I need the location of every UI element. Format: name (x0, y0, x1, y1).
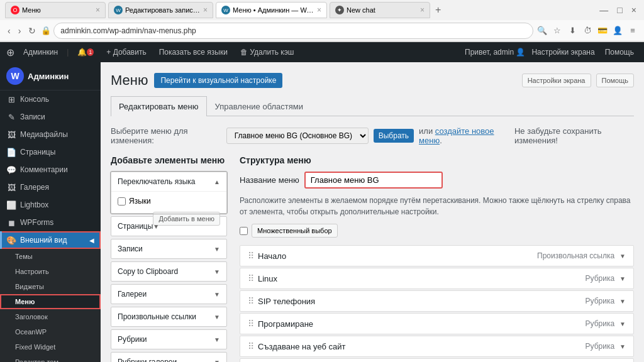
sidebar-item-posts[interactable]: ✎ Записи (0, 108, 101, 126)
page-header: Меню Перейти к визуальной настройке Наст… (111, 72, 634, 89)
close-icon[interactable]: × (317, 6, 321, 14)
accordion-gallery-categories: Рубрики галереи ▼ (111, 352, 227, 362)
wp-logo[interactable]: ⊕ (6, 47, 14, 58)
menu-item-contacts: ⠿ Контакти Страница ▼ (240, 358, 634, 362)
screen-options-button[interactable]: Настройки экрана (522, 74, 591, 87)
sidebar-item-pages[interactable]: 📄 Страницы (0, 143, 101, 161)
address-bar[interactable] (53, 23, 533, 39)
chevron-down-icon[interactable]: ▼ (619, 253, 626, 260)
accordion-copy-header[interactable]: Copy to Clipboard ▼ (111, 262, 226, 281)
drag-handle-icon[interactable]: ⠿ (248, 319, 254, 329)
sidebar-item-media[interactable]: 🖼 Медиафайлы (0, 126, 101, 143)
menu-icon[interactable]: ≡ (626, 25, 639, 37)
gallery-icon: 🖼 (6, 182, 16, 192)
sidebar-item-wpforms[interactable]: ◼ WPForms (0, 214, 101, 231)
sidebar-item-theme-editor[interactable]: Редактор тем (0, 354, 101, 362)
select-label: Выберите меню для изменения: (111, 126, 221, 145)
accordion-gallery-categories-header[interactable]: Рубрики галереи ▼ (111, 353, 226, 362)
tab-opera-label: Меню (22, 6, 41, 14)
admin-bar-languages[interactable]: Показать все языки (155, 42, 231, 62)
language-checkbox[interactable] (118, 197, 126, 206)
admin-bar-cache[interactable]: 🗑 Удалить кэш (236, 42, 298, 62)
menu-item-left: ⠿ Програмиране (248, 319, 313, 329)
forward-button[interactable]: › (16, 25, 24, 37)
admin-bar-add[interactable]: + Добавить (103, 42, 150, 62)
chevron-down-icon[interactable]: ▼ (619, 321, 626, 327)
chevron-down-icon[interactable]: ▼ (619, 275, 626, 282)
sidebar-item-header[interactable]: Заголовок (0, 309, 101, 324)
sidebar-logo: W (6, 67, 24, 85)
close-icon[interactable]: × (420, 6, 425, 14)
accordion-pages-header[interactable]: Страницы ▼ (111, 217, 153, 236)
menu-select[interactable]: Главное меню BG (Основное BG) (226, 128, 369, 144)
drag-handle-icon[interactable]: ⠿ (248, 296, 254, 306)
bookmark-icon[interactable]: ☆ (551, 25, 564, 37)
sidebar-item-customize[interactable]: Настроить (0, 264, 101, 279)
accordion-posts-header[interactable]: Записи ▼ (111, 239, 226, 258)
back-button[interactable]: ‹ (5, 25, 13, 37)
select-button[interactable]: Выбрать (374, 129, 414, 143)
tab-wp-menu[interactable]: W Меню • Админкин — Wor... × (216, 2, 327, 18)
accordion-custom-links-header[interactable]: Произвольные ссылки ▼ (111, 307, 226, 326)
wallet-icon[interactable]: 💳 (596, 25, 609, 37)
chevron-up-icon: ▲ (214, 178, 220, 185)
sidebar-item-oceanwp[interactable]: OceanWP (0, 324, 101, 339)
help-btn[interactable]: Помощь (601, 42, 638, 62)
drag-handle-icon[interactable]: ⠿ (248, 273, 254, 283)
accordion-gallery-header[interactable]: Галереи ▼ (111, 285, 226, 304)
accordion-language-header[interactable]: Переключатель языка ▲ (111, 172, 226, 191)
history-icon[interactable]: ⏱ (581, 25, 594, 37)
screen-options-btn[interactable]: Настройки экрана (528, 42, 598, 62)
language-checkbox-label[interactable]: Языки (118, 197, 220, 206)
download-icon[interactable]: ⬇ (566, 25, 579, 37)
accordion-label: Страницы (118, 222, 153, 231)
drag-handle-icon[interactable]: ⠿ (248, 341, 254, 351)
multi-select-button[interactable]: Множественный выбор (252, 224, 338, 238)
sidebar-item-lightbox[interactable]: ⬜ Lightbox (0, 196, 101, 214)
sidebar-item-appearance[interactable]: 🎨 Внешний вид ◀ (0, 231, 101, 249)
sidebar-item-widgets[interactable]: Виджеты (0, 279, 101, 294)
visual-customize-button[interactable]: Перейти к визуальной настройке (154, 73, 282, 88)
close-icon[interactable]: × (96, 6, 100, 14)
create-menu-link[interactable]: создайте новое меню (419, 126, 494, 145)
new-tab-button[interactable]: + (433, 4, 443, 16)
tab-edit-menu[interactable]: Редактировать меню (111, 96, 207, 116)
maximize-button[interactable]: □ (614, 4, 625, 16)
profile-icon[interactable]: 👤 (611, 25, 624, 37)
tab-wp-menu-label: Меню • Админкин — Wor... (233, 6, 314, 14)
sidebar-item-fixed-widget[interactable]: Fixed Widget (0, 339, 101, 354)
admin-bar-notif[interactable]: 🔔 1 (74, 42, 97, 62)
menu-item-right: Рубрика ▼ (586, 274, 626, 283)
tab-manage-locations[interactable]: Управление областями (207, 96, 311, 116)
chevron-down-icon[interactable]: ▼ (619, 298, 626, 305)
accordion-categories-header[interactable]: Рубрики ▼ (111, 330, 226, 349)
close-icon[interactable]: × (203, 6, 208, 14)
multi-select-checkbox[interactable] (240, 227, 248, 235)
menu-name-input[interactable] (304, 172, 443, 189)
sidebar-item-gallery[interactable]: 🖼 Галерея (0, 178, 101, 196)
close-button[interactable]: × (629, 4, 639, 16)
menu-item-sip: ⠿ SIP телефония Рубрика ▼ (240, 290, 634, 312)
sidebar-item-menus[interactable]: Меню (0, 294, 101, 309)
menu-description: Расположите элементы в желаемом порядке … (240, 195, 634, 217)
or-create-text: или создайте новое меню. (419, 126, 509, 145)
chevron-down-icon[interactable]: ▼ (619, 343, 626, 350)
tab-chat[interactable]: ✦ New chat × (330, 2, 430, 18)
admin-bar-site[interactable]: Админкин (19, 42, 62, 62)
menu-item-type: Рубрика (586, 342, 615, 351)
sidebar-item-themes[interactable]: Темы (0, 249, 101, 264)
comments-icon: 💬 (6, 165, 16, 175)
sidebar-item-dashboard[interactable]: ⊞ Консоль (0, 90, 101, 108)
drag-handle-icon[interactable]: ⠿ (248, 251, 254, 261)
chevron-down-icon: ▼ (153, 223, 159, 230)
sidebar-item-comments[interactable]: 💬 Комментарии (0, 161, 101, 178)
refresh-button[interactable]: ↻ (26, 25, 38, 37)
search-icon[interactable]: 🔍 (536, 25, 548, 37)
menu-item-right: Рубрика ▼ (586, 319, 626, 328)
appearance-icon: 🎨 (6, 235, 16, 245)
add-to-menu-button[interactable]: Добавить в меню (153, 212, 220, 226)
tab-opera[interactable]: O Меню × (5, 2, 106, 18)
tab-wp-edit[interactable]: W Редактировать запись "К... × (108, 2, 213, 18)
minimize-button[interactable]: — (597, 4, 611, 16)
help-button[interactable]: Помощь (596, 74, 635, 87)
